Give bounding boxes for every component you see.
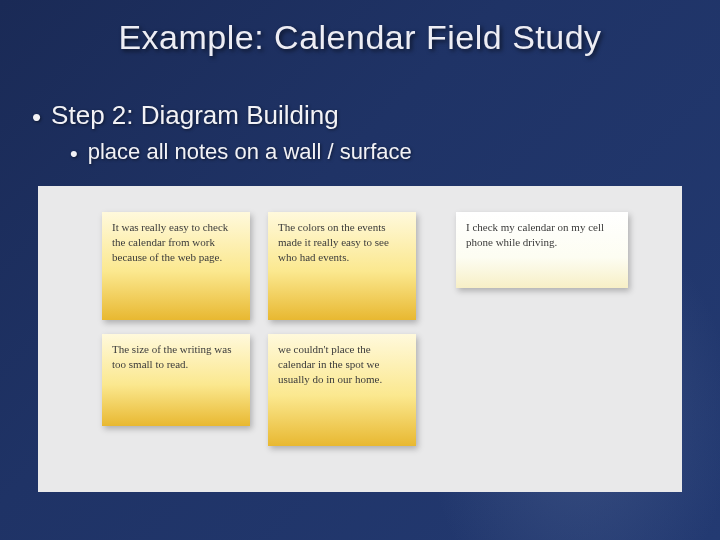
bullet-dot-icon: •	[70, 141, 78, 167]
bullet-level-2-text: place all notes on a wall / surface	[88, 139, 412, 165]
sticky-note: I check my calendar on my cell phone whi…	[456, 212, 628, 288]
slide: Example: Calendar Field Study • Step 2: …	[0, 0, 720, 540]
bullet-list: • Step 2: Diagram Building • place all n…	[32, 100, 672, 167]
bullet-level-2: • place all notes on a wall / surface	[70, 139, 672, 167]
bullet-level-1-text: Step 2: Diagram Building	[51, 100, 339, 131]
sticky-note: The size of the writing was too small to…	[102, 334, 250, 426]
sticky-note: we couldn't place the calendar in the sp…	[268, 334, 416, 446]
bullet-dot-icon: •	[32, 102, 41, 133]
sticky-note: The colors on the events made it really …	[268, 212, 416, 320]
bullet-level-1: • Step 2: Diagram Building	[32, 100, 672, 133]
sticky-note: It was really easy to check the calendar…	[102, 212, 250, 320]
notes-wall: It was really easy to check the calendar…	[38, 186, 682, 492]
slide-title: Example: Calendar Field Study	[0, 18, 720, 57]
